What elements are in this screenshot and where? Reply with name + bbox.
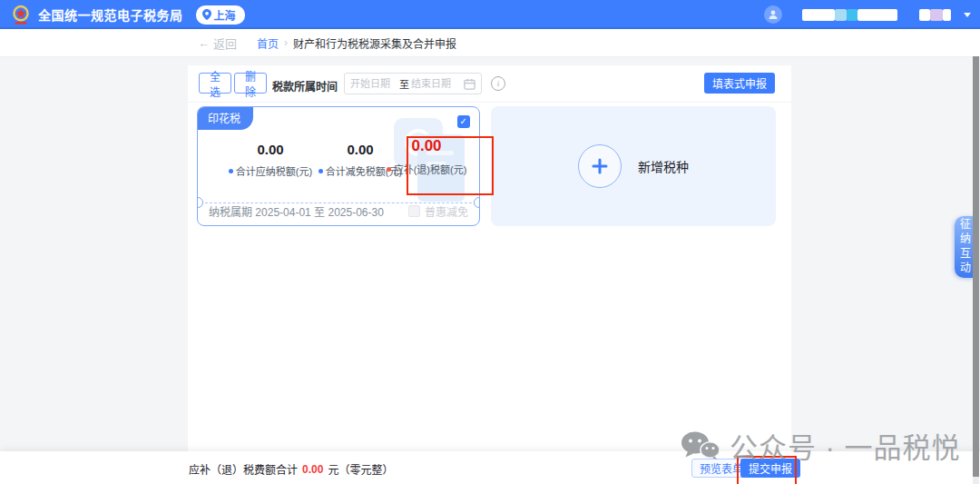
info-icon[interactable] xyxy=(491,76,505,91)
redacted-user-info xyxy=(835,9,847,21)
back-arrow-icon: ← xyxy=(198,36,210,50)
total-value: 0.00 xyxy=(302,463,323,476)
total-unit: 元（零元整） xyxy=(328,461,393,477)
breadcrumb-bar: ← 返回 首页 › 财产和行为税税源采集及合并申报 xyxy=(0,29,980,57)
main-panel: 全选 删除 税款所属时间 至 填表式申报 印花税 xyxy=(188,65,791,451)
benefit-label: 普惠减免 xyxy=(425,203,468,219)
tax-period-text: 纳税属期 2025-04-01 至 2025-06-30 xyxy=(209,203,384,219)
form-declare-button[interactable]: 填表式申报 xyxy=(704,73,775,94)
tax-period-date-range[interactable]: 至 xyxy=(344,73,482,94)
total-label: 应补（退）税费额合计 xyxy=(189,461,298,477)
tax-interaction-side-tab[interactable]: 征纳互动 xyxy=(955,216,975,278)
stat-value: 0.00 xyxy=(376,137,477,155)
bullet-dot-icon xyxy=(387,167,391,172)
location-selector[interactable]: 上海 xyxy=(196,5,245,25)
tax-bureau-emblem-icon xyxy=(11,5,31,25)
redacted-org-info xyxy=(919,9,930,21)
date-range-to-label: 至 xyxy=(399,76,409,91)
breadcrumb-home-link[interactable]: 首页 xyxy=(257,35,279,51)
chevron-down-icon[interactable] xyxy=(964,13,971,17)
breadcrumb-separator: › xyxy=(284,36,288,49)
ticket-notch xyxy=(474,197,480,208)
location-pin-icon xyxy=(202,9,211,20)
user-area xyxy=(764,0,971,29)
tax-card-checkbox-checked[interactable] xyxy=(457,115,470,128)
location-label: 上海 xyxy=(214,7,236,23)
tax-period-label: 税款所属时间 xyxy=(272,78,338,94)
submit-declaration-button[interactable]: 提交申报 xyxy=(740,459,800,478)
redacted-user-info xyxy=(802,9,835,21)
end-date-input[interactable] xyxy=(411,78,458,89)
filter-toolbar: 全选 删除 税款所属时间 至 填表式申报 xyxy=(188,65,791,103)
stat-total-payable: 0.00 合计应纳税额(元) xyxy=(218,142,323,178)
breadcrumb-current-page: 财产和行为税税源采集及合并申报 xyxy=(293,35,456,51)
add-tax-type-label: 新增税种 xyxy=(638,157,689,175)
top-header: 全国统一规范电子税务局 上海 xyxy=(0,0,980,29)
scrollbar-track xyxy=(973,56,979,484)
redacted-org-info xyxy=(943,9,951,21)
tax-type-tag: 印花税 xyxy=(197,106,253,130)
stat-label: 应补(退)税额(元) xyxy=(394,162,467,176)
brand-area: 全国统一规范电子税务局 上海 xyxy=(0,5,245,25)
back-label: 返回 xyxy=(213,35,237,52)
tax-card-stamp-tax[interactable]: 印花税 0.00 合计应纳税额(元) 0.00 合计减免税额(元) xyxy=(197,106,480,226)
person-icon xyxy=(768,9,779,20)
plus-icon xyxy=(578,144,622,188)
benefit-reduction-checkbox[interactable]: 普惠减免 xyxy=(408,203,468,219)
back-button[interactable]: ← 返回 xyxy=(198,35,237,52)
redacted-org-info xyxy=(930,9,943,21)
bullet-dot-icon xyxy=(318,169,323,173)
total-summary: 应补（退）税费额合计 0.00 元（零元整） xyxy=(189,461,393,477)
ticket-notch xyxy=(197,197,203,208)
user-avatar[interactable] xyxy=(764,5,782,24)
app-title: 全国统一规范电子税务局 xyxy=(38,5,183,24)
checkbox-unchecked-icon xyxy=(408,205,420,217)
app-window: 全国统一规范电子税务局 上海 ← 返回 xyxy=(0,0,980,484)
delete-button[interactable]: 删除 xyxy=(234,73,267,94)
tax-card-footer: 纳税属期 2025-04-01 至 2025-06-30 普惠减免 xyxy=(209,203,468,219)
redacted-user-info xyxy=(847,9,858,21)
select-all-button[interactable]: 全选 xyxy=(199,73,231,94)
redacted-user-info xyxy=(858,9,897,21)
bullet-dot-icon xyxy=(229,169,233,173)
stat-label: 合计应纳税额(元) xyxy=(236,163,312,178)
stat-tax-due-refund: 0.00 应补(退)税额(元) xyxy=(376,137,477,176)
stat-value: 0.00 xyxy=(218,142,323,157)
calendar-icon[interactable] xyxy=(464,78,475,90)
footer-action-bar: 应补（退）税费额合计 0.00 元（零元整） 预览表单 提交申报 xyxy=(0,451,980,484)
scrollbar-thumb[interactable] xyxy=(973,56,979,477)
start-date-input[interactable] xyxy=(350,78,397,89)
add-tax-type-card[interactable]: 新增税种 xyxy=(491,106,776,226)
